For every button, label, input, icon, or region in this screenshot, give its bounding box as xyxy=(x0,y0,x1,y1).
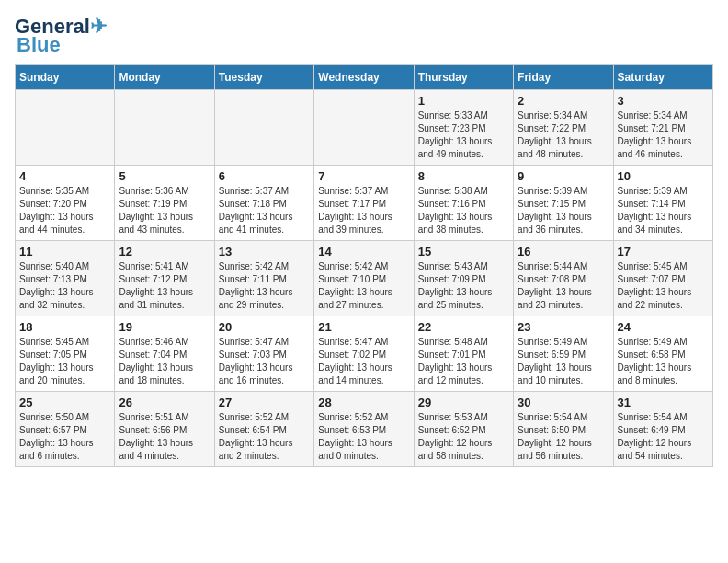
calendar-cell: 4Sunrise: 5:35 AM Sunset: 7:20 PM Daylig… xyxy=(16,166,115,241)
calendar-cell: 26Sunrise: 5:51 AM Sunset: 6:56 PM Dayli… xyxy=(115,392,214,467)
day-number: 26 xyxy=(119,396,210,409)
day-number: 29 xyxy=(418,396,509,409)
calendar-cell: 31Sunrise: 5:54 AM Sunset: 6:49 PM Dayli… xyxy=(613,392,712,467)
day-number: 9 xyxy=(518,169,609,183)
day-number: 27 xyxy=(219,396,310,409)
week-row-2: 4Sunrise: 5:35 AM Sunset: 7:20 PM Daylig… xyxy=(16,166,713,241)
day-number: 17 xyxy=(618,245,709,259)
day-info: Sunrise: 5:44 AM Sunset: 7:08 PM Dayligh… xyxy=(518,260,609,312)
calendar-cell: 24Sunrise: 5:49 AM Sunset: 6:58 PM Dayli… xyxy=(613,316,712,392)
day-number: 4 xyxy=(19,169,110,183)
day-number: 21 xyxy=(318,320,409,334)
week-row-5: 25Sunrise: 5:50 AM Sunset: 6:57 PM Dayli… xyxy=(16,392,713,467)
day-number: 2 xyxy=(518,94,609,108)
day-info: Sunrise: 5:39 AM Sunset: 7:15 PM Dayligh… xyxy=(518,185,609,236)
day-info: Sunrise: 5:35 AM Sunset: 7:20 PM Dayligh… xyxy=(19,185,110,236)
day-info: Sunrise: 5:43 AM Sunset: 7:09 PM Dayligh… xyxy=(418,260,509,312)
calendar-cell: 10Sunrise: 5:39 AM Sunset: 7:14 PM Dayli… xyxy=(613,166,712,241)
day-info: Sunrise: 5:47 AM Sunset: 7:02 PM Dayligh… xyxy=(318,336,409,387)
week-row-4: 18Sunrise: 5:45 AM Sunset: 7:05 PM Dayli… xyxy=(16,316,713,392)
day-number: 24 xyxy=(618,320,709,334)
day-info: Sunrise: 5:53 AM Sunset: 6:52 PM Dayligh… xyxy=(418,411,509,463)
day-number: 31 xyxy=(618,396,709,409)
day-info: Sunrise: 5:48 AM Sunset: 7:01 PM Dayligh… xyxy=(418,336,509,387)
day-number: 20 xyxy=(219,320,310,334)
day-info: Sunrise: 5:49 AM Sunset: 6:59 PM Dayligh… xyxy=(518,336,609,387)
day-info: Sunrise: 5:54 AM Sunset: 6:49 PM Dayligh… xyxy=(618,411,709,463)
day-number: 22 xyxy=(418,320,509,334)
calendar-cell: 25Sunrise: 5:50 AM Sunset: 6:57 PM Dayli… xyxy=(16,392,115,467)
day-number: 11 xyxy=(19,245,110,259)
calendar-cell xyxy=(16,90,115,166)
calendar-body: 1Sunrise: 5:33 AM Sunset: 7:23 PM Daylig… xyxy=(16,90,713,467)
day-number: 5 xyxy=(119,169,210,183)
calendar-cell: 6Sunrise: 5:37 AM Sunset: 7:18 PM Daylig… xyxy=(214,166,313,241)
day-info: Sunrise: 5:34 AM Sunset: 7:22 PM Dayligh… xyxy=(518,109,609,161)
calendar-cell: 16Sunrise: 5:44 AM Sunset: 7:08 PM Dayli… xyxy=(514,241,613,316)
day-info: Sunrise: 5:49 AM Sunset: 6:58 PM Dayligh… xyxy=(618,336,709,387)
logo: General✈ Blue xyxy=(15,15,107,57)
day-number: 28 xyxy=(318,396,409,409)
calendar-cell: 12Sunrise: 5:41 AM Sunset: 7:12 PM Dayli… xyxy=(115,241,214,316)
calendar-cell: 23Sunrise: 5:49 AM Sunset: 6:59 PM Dayli… xyxy=(514,316,613,392)
day-number: 6 xyxy=(219,169,310,183)
day-number: 7 xyxy=(318,169,409,183)
calendar-cell: 30Sunrise: 5:54 AM Sunset: 6:50 PM Dayli… xyxy=(514,392,613,467)
calendar-cell: 27Sunrise: 5:52 AM Sunset: 6:54 PM Dayli… xyxy=(214,392,313,467)
day-number: 16 xyxy=(518,245,609,259)
calendar-cell: 11Sunrise: 5:40 AM Sunset: 7:13 PM Dayli… xyxy=(16,241,115,316)
calendar-cell: 15Sunrise: 5:43 AM Sunset: 7:09 PM Dayli… xyxy=(414,241,513,316)
day-info: Sunrise: 5:51 AM Sunset: 6:56 PM Dayligh… xyxy=(119,411,210,463)
calendar-cell: 7Sunrise: 5:37 AM Sunset: 7:17 PM Daylig… xyxy=(314,166,414,241)
page-header: General✈ Blue xyxy=(15,15,713,57)
day-number: 14 xyxy=(318,245,409,259)
day-number: 13 xyxy=(219,245,310,259)
day-info: Sunrise: 5:50 AM Sunset: 6:57 PM Dayligh… xyxy=(19,411,110,463)
day-number: 15 xyxy=(418,245,509,259)
column-header-sunday: Sunday xyxy=(16,65,115,90)
calendar-cell: 21Sunrise: 5:47 AM Sunset: 7:02 PM Dayli… xyxy=(314,316,414,392)
calendar-cell: 2Sunrise: 5:34 AM Sunset: 7:22 PM Daylig… xyxy=(514,90,613,166)
calendar-cell: 9Sunrise: 5:39 AM Sunset: 7:15 PM Daylig… xyxy=(514,166,613,241)
day-number: 1 xyxy=(418,94,509,108)
calendar-cell: 13Sunrise: 5:42 AM Sunset: 7:11 PM Dayli… xyxy=(214,241,313,316)
day-info: Sunrise: 5:37 AM Sunset: 7:17 PM Dayligh… xyxy=(318,185,409,236)
day-info: Sunrise: 5:40 AM Sunset: 7:13 PM Dayligh… xyxy=(19,260,110,312)
day-info: Sunrise: 5:33 AM Sunset: 7:23 PM Dayligh… xyxy=(418,109,509,161)
day-number: 12 xyxy=(119,245,210,259)
day-info: Sunrise: 5:47 AM Sunset: 7:03 PM Dayligh… xyxy=(219,336,310,387)
calendar-cell: 14Sunrise: 5:42 AM Sunset: 7:10 PM Dayli… xyxy=(314,241,414,316)
calendar-cell xyxy=(214,90,313,166)
calendar-cell: 8Sunrise: 5:38 AM Sunset: 7:16 PM Daylig… xyxy=(414,166,513,241)
calendar-cell xyxy=(115,90,214,166)
day-info: Sunrise: 5:39 AM Sunset: 7:14 PM Dayligh… xyxy=(618,185,709,236)
calendar-cell: 19Sunrise: 5:46 AM Sunset: 7:04 PM Dayli… xyxy=(115,316,214,392)
day-info: Sunrise: 5:41 AM Sunset: 7:12 PM Dayligh… xyxy=(119,260,210,312)
day-number: 25 xyxy=(19,396,110,409)
column-header-wednesday: Wednesday xyxy=(314,65,414,90)
column-header-monday: Monday xyxy=(115,65,214,90)
calendar-cell xyxy=(314,90,414,166)
day-info: Sunrise: 5:52 AM Sunset: 6:54 PM Dayligh… xyxy=(219,411,310,463)
column-header-tuesday: Tuesday xyxy=(214,65,313,90)
day-info: Sunrise: 5:37 AM Sunset: 7:18 PM Dayligh… xyxy=(219,185,310,236)
day-number: 8 xyxy=(418,169,509,183)
calendar-cell: 3Sunrise: 5:34 AM Sunset: 7:21 PM Daylig… xyxy=(613,90,712,166)
day-info: Sunrise: 5:46 AM Sunset: 7:04 PM Dayligh… xyxy=(119,336,210,387)
day-number: 10 xyxy=(618,169,709,183)
day-number: 30 xyxy=(518,396,609,409)
calendar-header: SundayMondayTuesdayWednesdayThursdayFrid… xyxy=(16,65,713,90)
day-number: 23 xyxy=(518,320,609,334)
calendar-cell: 5Sunrise: 5:36 AM Sunset: 7:19 PM Daylig… xyxy=(115,166,214,241)
calendar-cell: 22Sunrise: 5:48 AM Sunset: 7:01 PM Dayli… xyxy=(414,316,513,392)
week-row-3: 11Sunrise: 5:40 AM Sunset: 7:13 PM Dayli… xyxy=(16,241,713,316)
column-header-saturday: Saturday xyxy=(613,65,712,90)
day-info: Sunrise: 5:54 AM Sunset: 6:50 PM Dayligh… xyxy=(518,411,609,463)
calendar-table: SundayMondayTuesdayWednesdayThursdayFrid… xyxy=(15,64,713,467)
day-info: Sunrise: 5:52 AM Sunset: 6:53 PM Dayligh… xyxy=(318,411,409,463)
day-info: Sunrise: 5:42 AM Sunset: 7:10 PM Dayligh… xyxy=(318,260,409,312)
day-info: Sunrise: 5:38 AM Sunset: 7:16 PM Dayligh… xyxy=(418,185,509,236)
day-info: Sunrise: 5:42 AM Sunset: 7:11 PM Dayligh… xyxy=(219,260,310,312)
day-info: Sunrise: 5:36 AM Sunset: 7:19 PM Dayligh… xyxy=(119,185,210,236)
calendar-cell: 29Sunrise: 5:53 AM Sunset: 6:52 PM Dayli… xyxy=(414,392,513,467)
